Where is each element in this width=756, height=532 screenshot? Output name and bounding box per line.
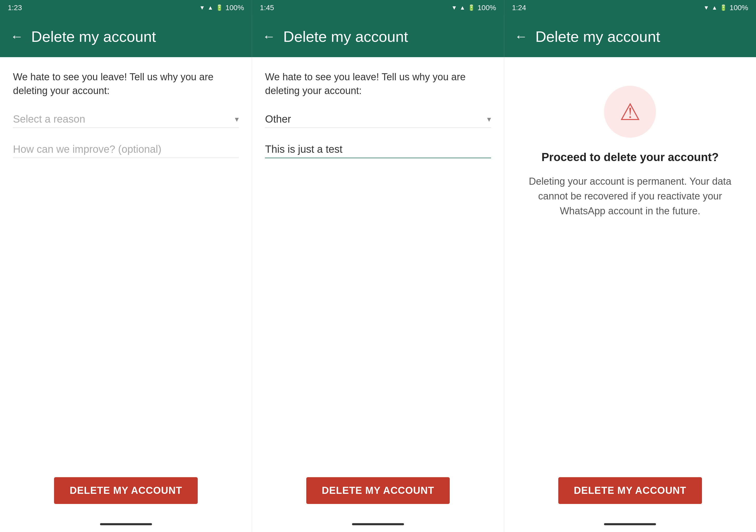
- improve-input-1[interactable]: [13, 141, 239, 158]
- warning-section: ⚠ Proceed to delete your account? Deleti…: [517, 70, 743, 219]
- delete-account-button-3[interactable]: DELETE MY ACCOUNT: [558, 477, 702, 504]
- signal-icon-2: ▲: [460, 4, 465, 11]
- bottom-panel-3: DELETE MY ACCOUNT: [504, 465, 756, 517]
- battery-icon-1: 🔋: [216, 4, 223, 11]
- app-bar-3: ← Delete my account: [504, 15, 756, 57]
- text-input-container-1: [13, 141, 239, 158]
- app-bar-1: ← Delete my account: [0, 15, 252, 57]
- delete-account-button-1[interactable]: DELETE MY ACCOUNT: [54, 477, 198, 504]
- app-bar-title-3: Delete my account: [535, 28, 660, 45]
- bottom-areas: DELETE MY ACCOUNT DELETE MY ACCOUNT DELE…: [0, 465, 756, 517]
- description-2: We hate to see you leave! Tell us why yo…: [265, 70, 491, 98]
- status-icons-3: ▼ ▲ 🔋 100%: [704, 4, 748, 12]
- status-bars: 1:23 ▼ ▲ 🔋 100% 1:45 ▼ ▲ 🔋 100% 1:24 ▼ ▲…: [0, 0, 756, 15]
- home-bar-1: [0, 517, 252, 532]
- bottom-panel-1: DELETE MY ACCOUNT: [0, 465, 252, 517]
- wifi-icon-3: ▼: [704, 4, 709, 11]
- dropdown-container-1: Select a reason ▾: [13, 111, 239, 128]
- panel-2: We hate to see you leave! Tell us why yo…: [252, 57, 504, 465]
- dropdown-container-2: Other ▾: [265, 111, 491, 128]
- panel-3: ⚠ Proceed to delete your account? Deleti…: [504, 57, 756, 465]
- time-2: 1:45: [260, 4, 274, 12]
- dropdown-arrow-icon-2: ▾: [487, 115, 491, 124]
- home-bars: [0, 517, 756, 532]
- dropdown-2[interactable]: Other ▾: [265, 111, 491, 128]
- status-bar-3: 1:24 ▼ ▲ 🔋 100%: [504, 0, 756, 15]
- app-bar-title-2: Delete my account: [283, 28, 408, 45]
- status-bar-1: 1:23 ▼ ▲ 🔋 100%: [0, 0, 252, 15]
- dropdown-text-2: Other: [265, 113, 291, 125]
- panel-1: We hate to see you leave! Tell us why yo…: [0, 57, 252, 465]
- battery-pct-2: 100%: [477, 4, 496, 12]
- back-button-1[interactable]: ←: [11, 29, 23, 44]
- app-bars: ← Delete my account ← Delete my account …: [0, 15, 756, 57]
- back-button-2[interactable]: ←: [262, 29, 275, 44]
- text-input-container-2: [265, 141, 491, 158]
- home-bar-2: [252, 517, 504, 532]
- app-bar-2: ← Delete my account: [252, 15, 504, 57]
- wifi-icon-2: ▼: [451, 4, 457, 11]
- app-bar-title-1: Delete my account: [31, 28, 156, 45]
- time-1: 1:23: [8, 4, 22, 12]
- proceed-title: Proceed to delete your account?: [541, 151, 718, 164]
- bottom-panel-2: DELETE MY ACCOUNT: [252, 465, 504, 517]
- home-indicator-1: [100, 523, 152, 525]
- wifi-icon-1: ▼: [199, 4, 205, 11]
- dropdown-arrow-icon-1: ▾: [235, 115, 239, 124]
- proceed-desc: Deleting your account is permanent. Your…: [517, 174, 743, 219]
- status-icons-1: ▼ ▲ 🔋 100%: [199, 4, 244, 12]
- delete-account-button-2[interactable]: DELETE MY ACCOUNT: [306, 477, 450, 504]
- status-bar-2: 1:45 ▼ ▲ 🔋 100%: [252, 0, 504, 15]
- home-indicator-2: [352, 523, 404, 525]
- signal-icon-1: ▲: [207, 4, 213, 11]
- home-indicator-3: [604, 523, 656, 525]
- battery-pct-1: 100%: [226, 4, 244, 12]
- content-panels: We hate to see you leave! Tell us why yo…: [0, 57, 756, 465]
- improve-input-2[interactable]: [265, 141, 491, 158]
- time-3: 1:24: [512, 4, 526, 12]
- dropdown-1[interactable]: Select a reason ▾: [13, 111, 239, 128]
- battery-pct-3: 100%: [730, 4, 748, 12]
- signal-icon-3: ▲: [712, 4, 717, 11]
- battery-icon-2: 🔋: [468, 4, 475, 11]
- battery-icon-3: 🔋: [720, 4, 727, 11]
- warning-circle: ⚠: [604, 86, 656, 138]
- home-bar-3: [504, 517, 756, 532]
- warning-triangle-icon: ⚠: [620, 98, 641, 125]
- status-icons-2: ▼ ▲ 🔋 100%: [451, 4, 496, 12]
- dropdown-text-1: Select a reason: [13, 113, 85, 125]
- description-1: We hate to see you leave! Tell us why yo…: [13, 70, 239, 98]
- back-button-3[interactable]: ←: [515, 29, 527, 44]
